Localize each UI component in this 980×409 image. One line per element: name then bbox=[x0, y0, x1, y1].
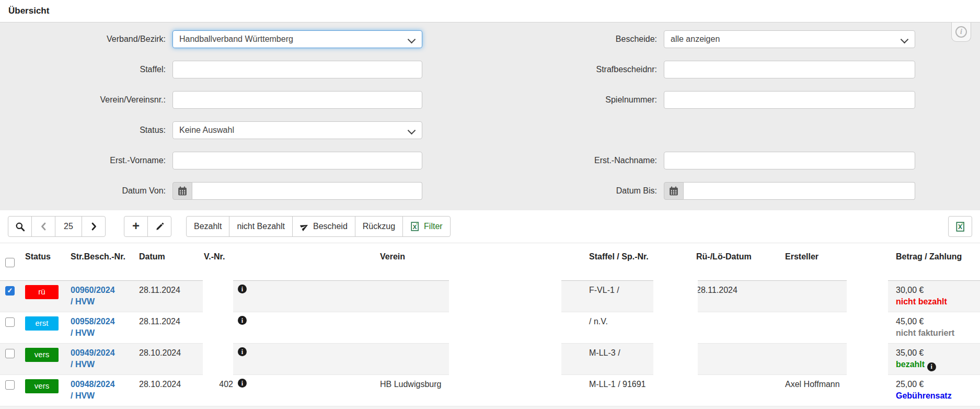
verband-label: Verband/Bezirk: bbox=[0, 35, 172, 44]
redaction-box bbox=[203, 343, 233, 375]
row-checkbox[interactable]: ✓ bbox=[5, 380, 15, 390]
erst-nachname-input[interactable] bbox=[664, 152, 915, 169]
filter-row-verein: Verein/Vereinsnr.: bbox=[0, 91, 490, 109]
rueckzug-button[interactable]: Rückzug bbox=[355, 216, 403, 237]
betrag-value: 35,00 € bbox=[896, 347, 980, 359]
header-ersteller: Ersteller bbox=[779, 243, 889, 281]
page-title: Übersicht bbox=[8, 6, 49, 16]
row-checkbox[interactable]: ✓ bbox=[5, 317, 15, 327]
status-cell: rü bbox=[20, 281, 65, 312]
search-icon bbox=[15, 222, 25, 232]
datum-cell: 28.10.2024 bbox=[134, 375, 199, 406]
svg-text:X: X bbox=[958, 223, 962, 231]
search-button[interactable] bbox=[8, 216, 32, 237]
staffel-value: M-LL-1 / 91691 bbox=[589, 380, 646, 389]
row-select-cell: ✓ bbox=[0, 406, 20, 409]
verband-select[interactable]: Handballverband Württemberg bbox=[172, 30, 422, 48]
filter-row-status: Status: Keine Auswahl bbox=[0, 121, 490, 139]
status-badge: rü bbox=[25, 285, 59, 299]
calendar-icon[interactable] bbox=[172, 182, 192, 200]
info-icon[interactable]: i bbox=[927, 362, 936, 371]
nicht-bezahlt-button[interactable]: nicht Bezahlt bbox=[229, 216, 293, 237]
erst-vorname-label: Erst.-Vorname: bbox=[0, 156, 172, 165]
datum-bis-input[interactable] bbox=[684, 182, 915, 200]
table-row: ✓erst00958/2024/ HVW28.11.2024i/ n.V.45,… bbox=[0, 312, 980, 344]
staffel-value: M-LL-3 / bbox=[589, 348, 620, 357]
edit-group: + bbox=[124, 216, 171, 237]
ersteller-cell bbox=[779, 281, 889, 312]
verein-input[interactable] bbox=[172, 91, 422, 109]
row-checkbox[interactable]: ✓ bbox=[5, 286, 15, 296]
table-row: ✓vers00949/2024/ HVW28.10.2024iM-LL-3 /3… bbox=[0, 344, 980, 375]
select-all-checkbox[interactable]: ✓ bbox=[5, 258, 15, 267]
strbesch-nr-line1: 00960/2024 bbox=[71, 285, 134, 296]
header-betrag-zahlung: Betrag / Zahlung bbox=[889, 243, 980, 281]
zahlung-status: Gebührensatz bbox=[896, 390, 980, 402]
excel-export-button[interactable]: X bbox=[948, 216, 972, 237]
excel-file-icon: X bbox=[410, 222, 420, 231]
bescheid-button[interactable]: Bescheid bbox=[292, 216, 355, 237]
calendar-icon[interactable] bbox=[664, 182, 684, 200]
strbesch-nr-line1: 00958/2024 bbox=[71, 316, 134, 327]
betrag-value: 45,00 € bbox=[896, 316, 980, 327]
rue-loe-datum-cell bbox=[690, 312, 779, 344]
filter-row-strafbescheidnr: Strafbescheidnr: bbox=[490, 61, 979, 78]
strbesch-nr-link[interactable]: 00948/2024/ HVW bbox=[71, 379, 134, 402]
datum-cell: 28.11.2024 bbox=[134, 281, 199, 312]
staffel-input[interactable] bbox=[172, 61, 422, 78]
edit-button[interactable] bbox=[147, 216, 171, 237]
status-cell: vers bbox=[20, 344, 65, 375]
verein-label: Verein/Vereinsnr.: bbox=[0, 95, 172, 105]
datum-von-group bbox=[172, 182, 422, 200]
add-button[interactable]: + bbox=[124, 216, 148, 237]
staffel-sp-nr-cell: F-VL-1 / bbox=[583, 281, 690, 312]
staffel-sp-nr-cell bbox=[583, 406, 690, 409]
verband-select-value: Handballverband Württemberg bbox=[179, 35, 293, 44]
staffel-sp-nr-cell: M-LL-3 / bbox=[583, 344, 690, 375]
status-label: Status: bbox=[0, 126, 172, 135]
v-nr-cell: i bbox=[199, 281, 374, 312]
help-info-tab[interactable]: i bbox=[951, 22, 971, 42]
row-select-cell: ✓ bbox=[0, 312, 20, 344]
zahlung-status: nicht bezahlt bbox=[896, 296, 980, 308]
staffel-label: Staffel: bbox=[0, 65, 172, 74]
filter-row-spielnummer: Spielnummer: bbox=[490, 91, 979, 109]
bescheide-select[interactable]: alle anzeigen bbox=[664, 30, 915, 48]
status-badge: vers bbox=[25, 379, 59, 393]
zahlung-status: nicht fakturiert bbox=[896, 327, 980, 339]
info-icon[interactable]: i bbox=[238, 316, 247, 325]
strbesch-nr-link[interactable]: 00960/2024/ HVW bbox=[71, 285, 134, 308]
spielnummer-input[interactable] bbox=[664, 91, 915, 109]
strafbescheidnr-input[interactable] bbox=[664, 61, 915, 78]
bezahlt-button[interactable]: Bezahlt bbox=[186, 216, 229, 237]
datum-von-input[interactable] bbox=[192, 182, 422, 200]
status-cell: erst bbox=[20, 312, 65, 344]
svg-text:X: X bbox=[413, 224, 417, 230]
staffel-value: / n.V. bbox=[589, 317, 608, 326]
strbesch-nr-line1: 00948/2024 bbox=[71, 379, 134, 390]
staffel-sp-nr-cell: / n.V. bbox=[583, 312, 690, 344]
prev-page-button[interactable] bbox=[31, 216, 55, 237]
redaction-box bbox=[653, 343, 698, 375]
header-strbesch-nr: Str.Besch.-Nr. bbox=[65, 243, 134, 281]
info-icon[interactable]: i bbox=[238, 347, 247, 356]
plus-icon: + bbox=[132, 220, 140, 232]
actions-group: Bezahlt nicht Bezahlt Bescheid Rückzug X… bbox=[186, 216, 451, 237]
row-checkbox[interactable]: ✓ bbox=[5, 349, 15, 358]
filter-row-staffel: Staffel: bbox=[0, 61, 490, 78]
info-icon[interactable]: i bbox=[238, 285, 247, 293]
redaction-box bbox=[449, 280, 561, 312]
erst-vorname-input[interactable] bbox=[172, 152, 422, 169]
strbesch-nr-link[interactable]: 00958/2024/ HVW bbox=[71, 316, 134, 339]
table-row: ✓rü00960/2024/ HVW28.11.2024iF-VL-1 /28.… bbox=[0, 281, 980, 312]
next-page-button[interactable] bbox=[82, 216, 106, 237]
redaction-box bbox=[653, 280, 698, 312]
strbesch-nr-link[interactable]: 00949/2024/ HVW bbox=[71, 347, 134, 370]
rue-loe-datum-cell: 28.11.2024 bbox=[690, 281, 779, 312]
page-size-value[interactable]: 25 bbox=[55, 216, 82, 237]
info-icon[interactable]: i bbox=[238, 379, 247, 388]
filter-button[interactable]: X Filter bbox=[402, 216, 451, 237]
calendar-icon bbox=[178, 186, 187, 196]
status-select[interactable]: Keine Auswahl bbox=[172, 121, 422, 139]
v-nr-value: 402 bbox=[204, 379, 233, 390]
